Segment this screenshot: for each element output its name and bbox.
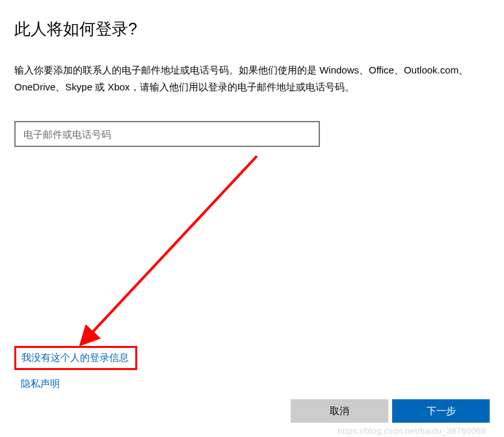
annotation-arrow (75, 153, 270, 354)
next-button[interactable]: 下一步 (392, 399, 490, 423)
email-phone-input[interactable] (14, 121, 320, 147)
page-title: 此人将如何登录? (14, 18, 490, 40)
privacy-statement-link[interactable]: 隐私声明 (21, 378, 137, 390)
no-signin-info-link[interactable]: 我没有这个人的登录信息 (21, 352, 129, 364)
description-text: 输入你要添加的联系人的电子邮件地址或电话号码。如果他们使用的是 Windows、… (14, 62, 483, 95)
watermark-text: https://blog.csdn.net/baidu_38760069 (338, 426, 486, 436)
cancel-button[interactable]: 取消 (291, 399, 388, 423)
highlight-annotation: 我没有这个人的登录信息 (14, 346, 137, 370)
svg-line-1 (83, 156, 257, 343)
